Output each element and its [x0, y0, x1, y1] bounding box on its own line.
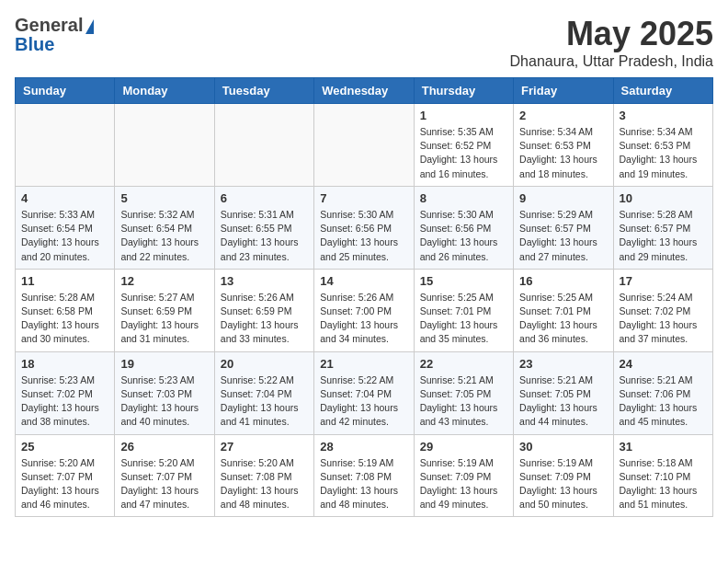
- table-row: 7Sunrise: 5:30 AMSunset: 6:56 PMDaylight…: [314, 186, 414, 269]
- day-number: 10: [620, 191, 707, 205]
- table-row: 9Sunrise: 5:29 AMSunset: 6:57 PMDaylight…: [514, 186, 613, 269]
- table-row: 20Sunrise: 5:22 AMSunset: 7:04 PMDayligh…: [214, 351, 313, 434]
- table-row: [314, 104, 414, 187]
- day-info: Sunrise: 5:32 AMSunset: 6:54 PMDaylight:…: [120, 208, 208, 264]
- day-number: 12: [120, 274, 208, 288]
- day-number: 18: [21, 357, 108, 371]
- day-info: Sunrise: 5:21 AMSunset: 7:05 PMDaylight:…: [519, 373, 607, 430]
- day-info: Sunrise: 5:27 AMSunset: 6:59 PMDaylight:…: [120, 291, 208, 347]
- day-info: Sunrise: 5:35 AMSunset: 6:52 PMDaylight:…: [420, 125, 507, 181]
- table-row: 10Sunrise: 5:28 AMSunset: 6:57 PMDayligh…: [613, 186, 712, 269]
- day-number: 27: [221, 440, 308, 454]
- day-number: 25: [21, 440, 108, 454]
- table-row: 24Sunrise: 5:21 AMSunset: 7:06 PMDayligh…: [613, 351, 712, 434]
- page-header: General Blue May 2025 Dhanaura, Uttar Pr…: [15, 15, 713, 70]
- day-info: Sunrise: 5:18 AMSunset: 7:10 PMDaylight:…: [620, 456, 707, 512]
- table-row: 12Sunrise: 5:27 AMSunset: 6:59 PMDayligh…: [115, 269, 214, 351]
- calendar-week-5: 25Sunrise: 5:20 AMSunset: 7:07 PMDayligh…: [16, 434, 713, 517]
- day-number: 26: [120, 440, 208, 454]
- day-info: Sunrise: 5:23 AMSunset: 7:03 PMDaylight:…: [120, 373, 208, 430]
- header-saturday: Saturday: [613, 78, 712, 104]
- calendar-title: May 2025: [510, 15, 713, 53]
- header-thursday: Thursday: [414, 78, 513, 104]
- table-row: 31Sunrise: 5:18 AMSunset: 7:10 PMDayligh…: [613, 434, 712, 517]
- table-row: 1Sunrise: 5:35 AMSunset: 6:52 PMDaylight…: [414, 104, 513, 187]
- table-row: 14Sunrise: 5:26 AMSunset: 7:00 PMDayligh…: [314, 269, 414, 351]
- table-row: 27Sunrise: 5:20 AMSunset: 7:08 PMDayligh…: [214, 434, 313, 517]
- day-info: Sunrise: 5:22 AMSunset: 7:04 PMDaylight:…: [320, 373, 407, 430]
- day-number: 20: [221, 357, 308, 371]
- day-number: 30: [519, 440, 607, 454]
- day-number: 8: [420, 191, 507, 205]
- table-row: 4Sunrise: 5:33 AMSunset: 6:54 PMDaylight…: [16, 186, 115, 269]
- day-number: 15: [420, 274, 507, 288]
- day-number: 1: [420, 109, 507, 122]
- day-number: 14: [320, 274, 407, 288]
- table-row: 13Sunrise: 5:26 AMSunset: 6:59 PMDayligh…: [214, 269, 313, 351]
- day-info: Sunrise: 5:29 AMSunset: 6:57 PMDaylight:…: [519, 208, 607, 264]
- calendar-week-3: 11Sunrise: 5:28 AMSunset: 6:58 PMDayligh…: [16, 269, 713, 351]
- table-row: [214, 104, 313, 187]
- table-row: 25Sunrise: 5:20 AMSunset: 7:07 PMDayligh…: [16, 434, 115, 517]
- day-info: Sunrise: 5:19 AMSunset: 7:09 PMDaylight:…: [420, 456, 507, 512]
- header-friday: Friday: [514, 78, 613, 104]
- logo-general-text: General: [15, 15, 83, 36]
- day-info: Sunrise: 5:28 AMSunset: 6:58 PMDaylight:…: [21, 291, 108, 347]
- day-info: Sunrise: 5:19 AMSunset: 7:08 PMDaylight:…: [320, 456, 407, 512]
- header-monday: Monday: [115, 78, 214, 104]
- day-info: Sunrise: 5:24 AMSunset: 7:02 PMDaylight:…: [620, 291, 707, 347]
- logo-blue-text: Blue: [15, 34, 54, 55]
- table-row: 2Sunrise: 5:34 AMSunset: 6:53 PMDaylight…: [514, 104, 613, 187]
- table-row: 22Sunrise: 5:21 AMSunset: 7:05 PMDayligh…: [414, 351, 513, 434]
- day-number: 23: [519, 357, 607, 371]
- table-row: 17Sunrise: 5:24 AMSunset: 7:02 PMDayligh…: [613, 269, 712, 351]
- day-number: 4: [21, 191, 108, 205]
- day-info: Sunrise: 5:31 AMSunset: 6:55 PMDaylight:…: [221, 208, 308, 264]
- table-row: [115, 104, 214, 187]
- day-number: 19: [120, 357, 208, 371]
- day-number: 6: [221, 191, 308, 205]
- day-number: 5: [120, 191, 208, 205]
- table-row: 15Sunrise: 5:25 AMSunset: 7:01 PMDayligh…: [414, 269, 513, 351]
- day-info: Sunrise: 5:34 AMSunset: 6:53 PMDaylight:…: [620, 125, 707, 181]
- table-row: 21Sunrise: 5:22 AMSunset: 7:04 PMDayligh…: [314, 351, 414, 434]
- day-info: Sunrise: 5:34 AMSunset: 6:53 PMDaylight:…: [519, 125, 607, 181]
- day-info: Sunrise: 5:33 AMSunset: 6:54 PMDaylight:…: [21, 208, 108, 264]
- day-info: Sunrise: 5:25 AMSunset: 7:01 PMDaylight:…: [519, 291, 607, 347]
- day-number: 29: [420, 440, 507, 454]
- day-number: 24: [620, 357, 707, 371]
- day-number: 17: [620, 274, 707, 288]
- calendar-week-1: 1Sunrise: 5:35 AMSunset: 6:52 PMDaylight…: [16, 104, 713, 187]
- day-number: 28: [320, 440, 407, 454]
- table-row: 29Sunrise: 5:19 AMSunset: 7:09 PMDayligh…: [414, 434, 513, 517]
- day-info: Sunrise: 5:20 AMSunset: 7:07 PMDaylight:…: [21, 456, 108, 512]
- day-number: 21: [320, 357, 407, 371]
- day-number: 3: [620, 109, 707, 122]
- header-tuesday: Tuesday: [214, 78, 313, 104]
- logo-triangle-icon: [85, 19, 94, 34]
- title-block: May 2025 Dhanaura, Uttar Pradesh, India: [510, 15, 713, 70]
- day-number: 16: [519, 274, 607, 288]
- day-number: 11: [21, 274, 108, 288]
- logo: General Blue: [15, 15, 94, 55]
- day-info: Sunrise: 5:21 AMSunset: 7:05 PMDaylight:…: [420, 373, 507, 430]
- table-row: 23Sunrise: 5:21 AMSunset: 7:05 PMDayligh…: [514, 351, 613, 434]
- calendar-week-4: 18Sunrise: 5:23 AMSunset: 7:02 PMDayligh…: [16, 351, 713, 434]
- table-row: 30Sunrise: 5:19 AMSunset: 7:09 PMDayligh…: [514, 434, 613, 517]
- day-info: Sunrise: 5:22 AMSunset: 7:04 PMDaylight:…: [221, 373, 308, 430]
- table-row: 18Sunrise: 5:23 AMSunset: 7:02 PMDayligh…: [16, 351, 115, 434]
- day-info: Sunrise: 5:26 AMSunset: 7:00 PMDaylight:…: [320, 291, 407, 347]
- day-info: Sunrise: 5:21 AMSunset: 7:06 PMDaylight:…: [620, 373, 707, 430]
- day-number: 13: [221, 274, 308, 288]
- header-sunday: Sunday: [16, 78, 115, 104]
- day-number: 7: [320, 191, 407, 205]
- table-row: 6Sunrise: 5:31 AMSunset: 6:55 PMDaylight…: [214, 186, 313, 269]
- day-info: Sunrise: 5:20 AMSunset: 7:08 PMDaylight:…: [221, 456, 308, 512]
- day-info: Sunrise: 5:23 AMSunset: 7:02 PMDaylight:…: [21, 373, 108, 430]
- day-number: 22: [420, 357, 507, 371]
- table-row: [16, 104, 115, 187]
- day-info: Sunrise: 5:30 AMSunset: 6:56 PMDaylight:…: [320, 208, 407, 264]
- table-row: 28Sunrise: 5:19 AMSunset: 7:08 PMDayligh…: [314, 434, 414, 517]
- table-row: 19Sunrise: 5:23 AMSunset: 7:03 PMDayligh…: [115, 351, 214, 434]
- day-info: Sunrise: 5:25 AMSunset: 7:01 PMDaylight:…: [420, 291, 507, 347]
